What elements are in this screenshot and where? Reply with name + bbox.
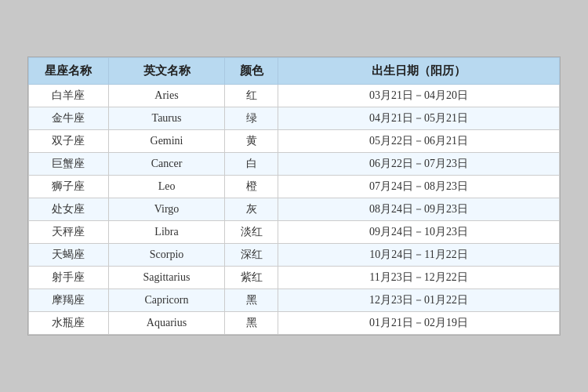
cell-color: 绿 [225, 107, 278, 130]
cell-cn-name: 双子座 [29, 130, 109, 153]
cell-color: 黄 [225, 130, 278, 153]
cell-color: 黑 [225, 312, 278, 335]
cell-color: 淡红 [225, 221, 278, 244]
table-row: 狮子座Leo橙07月24日－08月23日 [29, 176, 560, 198]
table-row: 双子座Gemini黄05月22日－06月21日 [29, 130, 560, 153]
header-date: 出生日期（阳历） [278, 58, 560, 85]
cell-en-name: Scorpio [108, 244, 225, 267]
cell-date: 08月24日－09月23日 [278, 198, 560, 221]
cell-color: 深红 [225, 244, 278, 267]
table-body: 白羊座Aries红03月21日－04月20日金牛座Taurus绿04月21日－0… [29, 85, 560, 335]
cell-date: 09月24日－10月23日 [278, 221, 560, 244]
cell-cn-name: 摩羯座 [29, 289, 109, 312]
cell-cn-name: 射手座 [29, 267, 109, 289]
cell-date: 04月21日－05月21日 [278, 107, 560, 130]
cell-en-name: Virgo [108, 198, 225, 221]
cell-date: 10月24日－11月22日 [278, 244, 560, 267]
cell-cn-name: 巨蟹座 [29, 153, 109, 176]
header-cn-name: 星座名称 [29, 58, 109, 85]
zodiac-table-wrapper: 星座名称 英文名称 颜色 出生日期（阳历） 白羊座Aries红03月21日－04… [27, 56, 561, 336]
table-row: 摩羯座Capricorn黑12月23日－01月22日 [29, 289, 560, 312]
cell-date: 05月22日－06月21日 [278, 130, 560, 153]
cell-date: 06月22日－07月23日 [278, 153, 560, 176]
header-color: 颜色 [225, 58, 278, 85]
cell-color: 灰 [225, 198, 278, 221]
cell-cn-name: 金牛座 [29, 107, 109, 130]
cell-en-name: Libra [108, 221, 225, 244]
cell-date: 01月21日－02月19日 [278, 312, 560, 335]
table-row: 金牛座Taurus绿04月21日－05月21日 [29, 107, 560, 130]
cell-en-name: Leo [108, 176, 225, 198]
cell-date: 07月24日－08月23日 [278, 176, 560, 198]
table-row: 处女座Virgo灰08月24日－09月23日 [29, 198, 560, 221]
table-header-row: 星座名称 英文名称 颜色 出生日期（阳历） [29, 58, 560, 85]
table-row: 巨蟹座Cancer白06月22日－07月23日 [29, 153, 560, 176]
cell-en-name: Aquarius [108, 312, 225, 335]
cell-cn-name: 狮子座 [29, 176, 109, 198]
cell-date: 12月23日－01月22日 [278, 289, 560, 312]
cell-cn-name: 天秤座 [29, 221, 109, 244]
cell-color: 白 [225, 153, 278, 176]
cell-en-name: Aries [108, 85, 225, 107]
cell-en-name: Capricorn [108, 289, 225, 312]
table-row: 射手座Sagittarius紫红11月23日－12月22日 [29, 267, 560, 289]
cell-color: 黑 [225, 289, 278, 312]
cell-en-name: Gemini [108, 130, 225, 153]
header-en-name: 英文名称 [108, 58, 225, 85]
cell-cn-name: 白羊座 [29, 85, 109, 107]
cell-cn-name: 天蝎座 [29, 244, 109, 267]
cell-en-name: Cancer [108, 153, 225, 176]
table-row: 白羊座Aries红03月21日－04月20日 [29, 85, 560, 107]
cell-date: 03月21日－04月20日 [278, 85, 560, 107]
cell-color: 红 [225, 85, 278, 107]
table-row: 水瓶座Aquarius黑01月21日－02月19日 [29, 312, 560, 335]
cell-cn-name: 处女座 [29, 198, 109, 221]
cell-color: 橙 [225, 176, 278, 198]
table-row: 天秤座Libra淡红09月24日－10月23日 [29, 221, 560, 244]
cell-date: 11月23日－12月22日 [278, 267, 560, 289]
table-row: 天蝎座Scorpio深红10月24日－11月22日 [29, 244, 560, 267]
zodiac-table: 星座名称 英文名称 颜色 出生日期（阳历） 白羊座Aries红03月21日－04… [28, 57, 560, 335]
cell-color: 紫红 [225, 267, 278, 289]
cell-en-name: Taurus [108, 107, 225, 130]
cell-cn-name: 水瓶座 [29, 312, 109, 335]
cell-en-name: Sagittarius [108, 267, 225, 289]
